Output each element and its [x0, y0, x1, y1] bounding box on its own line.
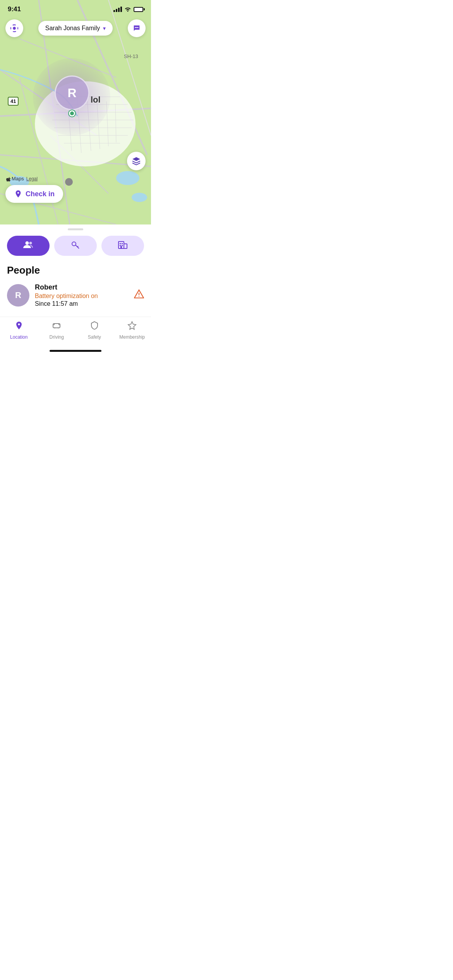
layers-button[interactable] — [127, 152, 146, 170]
home-indicator-area — [0, 350, 151, 356]
svg-point-31 — [136, 27, 137, 28]
apple-maps-label: Maps — [5, 176, 24, 182]
person-avatar: R — [7, 284, 29, 307]
svg-point-48 — [54, 327, 55, 329]
person-battery-status: Battery optimization on — [35, 293, 129, 300]
check-in-button[interactable]: Check in — [5, 185, 63, 203]
nav-membership-label: Membership — [119, 334, 145, 340]
route-badge: 41 — [8, 97, 19, 106]
svg-point-46 — [139, 296, 139, 296]
nav-membership[interactable]: Membership — [113, 321, 151, 340]
status-icons — [113, 6, 143, 13]
legal-link[interactable]: Legal — [26, 176, 38, 182]
chat-icon — [132, 24, 141, 33]
nav-location[interactable]: Location — [0, 321, 38, 340]
svg-rect-43 — [122, 245, 123, 246]
location-nav-icon — [14, 321, 24, 332]
map-controls: Sarah Jonas Family ▾ — [0, 19, 151, 37]
people-icon — [23, 240, 33, 251]
home-indicator — [50, 350, 101, 352]
svg-rect-41 — [122, 243, 123, 244]
signal-icon — [113, 7, 122, 12]
svg-point-30 — [135, 27, 136, 28]
svg-rect-40 — [120, 243, 121, 244]
driving-nav-icon — [52, 321, 61, 332]
svg-point-13 — [116, 171, 139, 185]
check-in-label: Check in — [26, 190, 55, 198]
nav-safety[interactable]: Safety — [76, 321, 113, 340]
person-info: Robert Battery optimization on Since 11:… — [35, 283, 129, 307]
wifi-icon — [124, 6, 131, 13]
layers-icon — [132, 156, 141, 166]
chevron-down-icon: ▾ — [103, 25, 106, 31]
bottom-navigation: Location Driving Safety Membership — [0, 317, 151, 348]
maps-legal: Maps Legal — [5, 176, 38, 182]
battery-icon — [134, 7, 143, 12]
svg-point-14 — [132, 193, 147, 202]
nav-driving[interactable]: Driving — [38, 321, 76, 340]
nav-location-label: Location — [10, 334, 27, 340]
category-tabs — [7, 236, 144, 256]
tab-places[interactable] — [101, 236, 144, 256]
status-bar: 9:41 — [0, 0, 151, 15]
svg-text:SH-13: SH-13 — [124, 53, 138, 59]
nav-driving-label: Driving — [50, 334, 64, 340]
bottom-sheet-handle — [0, 224, 151, 230]
map-avatar-pin — [69, 110, 75, 117]
tab-keys[interactable] — [54, 236, 97, 256]
svg-point-29 — [13, 27, 15, 29]
svg-point-34 — [29, 242, 32, 245]
nav-safety-label: Safety — [88, 334, 101, 340]
safety-nav-icon — [90, 321, 99, 332]
map-avatar-circle: R — [55, 75, 89, 110]
svg-line-37 — [77, 246, 78, 247]
drag-handle — [68, 228, 83, 230]
svg-rect-44 — [120, 246, 122, 248]
membership-nav-icon — [127, 321, 137, 332]
person-row: R Robert Battery optimization on Since 1… — [7, 283, 144, 313]
bottom-sheet: People R Robert Battery optimization on … — [0, 236, 151, 317]
person-since-time: Since 11:57 am — [35, 300, 129, 307]
svg-point-32 — [137, 27, 139, 28]
family-name-label: Sarah Jonas Family — [45, 25, 100, 32]
svg-rect-39 — [124, 244, 127, 248]
warning-icon — [134, 289, 144, 302]
tab-people[interactable] — [7, 236, 50, 256]
map-area: SH-13 Sarah Jonas Family ▾ — [0, 0, 151, 224]
chat-button[interactable] — [128, 19, 146, 37]
status-time: 9:41 — [8, 5, 21, 13]
svg-rect-42 — [120, 245, 121, 246]
map-place-label: lol — [91, 95, 101, 105]
checkin-pin-icon — [14, 190, 22, 198]
svg-point-33 — [26, 242, 29, 245]
gear-icon — [10, 24, 19, 33]
section-title: People — [7, 264, 144, 276]
map-avatar: R — [55, 75, 89, 117]
settings-button[interactable] — [5, 19, 23, 37]
keys-icon — [71, 240, 80, 252]
svg-point-49 — [58, 327, 59, 329]
family-selector-button[interactable]: Sarah Jonas Family ▾ — [38, 21, 113, 36]
buildings-icon — [118, 240, 128, 252]
secondary-location-dot — [65, 178, 73, 186]
person-name: Robert — [35, 283, 129, 291]
